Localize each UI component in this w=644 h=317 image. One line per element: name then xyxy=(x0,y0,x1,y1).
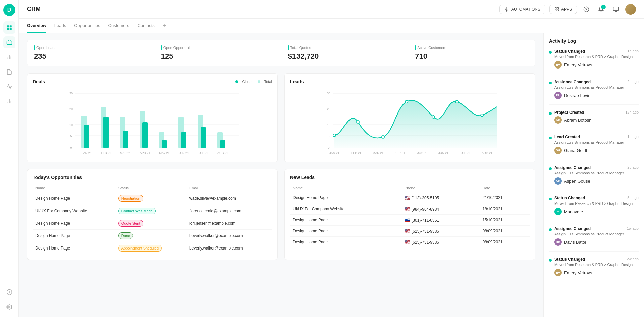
col-name: Name xyxy=(33,184,116,192)
svg-text:10: 10 xyxy=(327,123,330,127)
activity-desc: Assign Luis Simmons as Product Manager xyxy=(554,140,639,144)
activity-event: Assignee Changed xyxy=(554,80,591,84)
activity-event: Status Changed xyxy=(554,49,585,54)
activity-desc: Moved from Research & PRD > Graphic Desi… xyxy=(554,55,639,59)
sidebar-item-notes[interactable] xyxy=(3,66,15,78)
opp-email: florence.craig@example.com xyxy=(186,205,272,217)
svg-rect-16 xyxy=(557,10,558,11)
opp-name: Design Home Page xyxy=(33,230,116,242)
sidebar-item-add[interactable] xyxy=(3,286,15,298)
screen-icon[interactable] xyxy=(610,4,621,15)
svg-text:JAN 21: JAN 21 xyxy=(82,151,92,155)
svg-text:5: 5 xyxy=(328,134,329,138)
user-avatar-small: AG xyxy=(554,177,562,185)
opportunities-table-title: Today's Opportunities xyxy=(33,175,272,180)
leads-chart-header: Leads xyxy=(290,79,530,84)
svg-rect-0 xyxy=(7,25,9,27)
user-avatar-small: AB xyxy=(554,116,562,124)
content-area: Open Leads 235 Open Opportunities 125 To… xyxy=(19,33,644,317)
sidebar-item-crm[interactable] xyxy=(3,36,15,48)
sidebar-item-reports[interactable] xyxy=(3,95,15,107)
table-row: Design Home Page Quote Sent lori.jensen@… xyxy=(33,217,272,230)
deals-chart-svg: 30 20 10 5 0 xyxy=(33,88,272,155)
svg-text:JUN 21: JUN 21 xyxy=(438,151,448,155)
header-actions: AUTOMATIONS APPS 9 xyxy=(499,4,636,15)
sidebar-item-dashboard[interactable] xyxy=(3,21,15,34)
tab-opportunities[interactable]: Opportunities xyxy=(74,19,100,33)
activity-time: 2d ago xyxy=(627,165,639,169)
bar-closed-mar xyxy=(123,131,128,148)
leads-point-2 xyxy=(357,121,359,123)
leads-chart-title: Leads xyxy=(290,79,304,84)
user-avatar-small: EV xyxy=(554,61,562,69)
leads-chart-svg-container: 30 20 10 5 0 xyxy=(290,88,530,156)
table-row: Design Home Page 🇺🇸 (625)-731-9385 08/09… xyxy=(290,226,530,237)
lead-phone: 🇺🇸 (625)-731-9385 xyxy=(402,226,480,237)
activity-header: Status Changed 5d ago xyxy=(554,196,639,200)
user-avatar-small: M xyxy=(554,208,562,215)
user-avatar[interactable] xyxy=(625,4,636,15)
app-logo[interactable]: D xyxy=(3,4,15,16)
opp-name: Design Home Page xyxy=(33,242,116,255)
activity-item: Assignee Changed 1w ago Assign Luis Simm… xyxy=(549,226,639,252)
activity-user: EV Emery Vetrovs xyxy=(554,61,639,69)
user-avatar-small: EV xyxy=(554,269,562,276)
stat-active-customers: Active Customers 710 xyxy=(408,40,535,66)
svg-text:FEB 21: FEB 21 xyxy=(101,151,111,155)
bar-closed-feb xyxy=(103,117,109,148)
opp-status: Done xyxy=(116,230,186,242)
activity-header: Assignee Changed 2d ago xyxy=(554,165,639,170)
svg-text:AUG 21: AUG 21 xyxy=(482,151,492,155)
activity-desc: Assign Luis Simmons as Product Manager xyxy=(554,232,639,236)
activity-time: 12h ago xyxy=(625,110,639,114)
activity-time: 2h ago xyxy=(627,80,639,84)
activity-item: Lead Created 1d ago Assign Luis Simmons … xyxy=(549,135,639,160)
user-avatar-small: GG xyxy=(554,147,562,154)
deals-chart-header: Deals Closed Total xyxy=(33,79,272,84)
col-name: Name xyxy=(290,184,402,192)
lead-name: Design Home Page xyxy=(290,215,402,226)
opp-email: wade.silva@example.com xyxy=(186,192,272,205)
activity-header: Lead Created 1d ago xyxy=(554,135,639,139)
svg-text:AUG 21: AUG 21 xyxy=(217,151,228,155)
apps-button[interactable]: APPS xyxy=(549,5,577,14)
sidebar-item-settings[interactable] xyxy=(3,301,15,313)
activity-time: 5d ago xyxy=(627,196,639,200)
stat-total-quotes-value: $132,720 xyxy=(288,52,401,61)
svg-point-11 xyxy=(8,306,10,308)
tab-overview[interactable]: Overview xyxy=(27,19,46,33)
svg-text:MAR 21: MAR 21 xyxy=(373,151,384,155)
activity-time: 1w ago xyxy=(627,226,639,230)
lead-date: 08/09/2021 xyxy=(480,226,530,237)
activity-header: Assignee Changed 1w ago xyxy=(554,226,639,231)
user-name: Manavate xyxy=(564,209,583,214)
header: CRM AUTOMATIONS APPS 9 xyxy=(19,0,644,19)
content-main: Open Leads 235 Open Opportunities 125 To… xyxy=(19,33,543,317)
activity-event: Status Changed xyxy=(554,196,585,200)
activity-item: Project Created 12h ago AB Abram Botosh xyxy=(549,110,639,129)
tab-contacts[interactable]: Contacts xyxy=(137,19,154,33)
status-badge: Appointment Sheduled xyxy=(118,245,162,252)
notifications-icon[interactable]: 9 xyxy=(596,4,606,15)
activity-log-title: Activity Log xyxy=(549,38,639,44)
status-badge: Quote Sent xyxy=(118,220,143,227)
sidebar-item-analytics[interactable] xyxy=(3,51,15,63)
svg-rect-3 xyxy=(9,28,11,30)
automations-button[interactable]: AUTOMATIONS xyxy=(499,5,545,14)
sidebar: D xyxy=(0,0,19,317)
tab-leads[interactable]: Leads xyxy=(54,19,66,33)
activity-event: Lead Created xyxy=(554,135,580,139)
tab-customers[interactable]: Customers xyxy=(108,19,129,33)
help-icon[interactable] xyxy=(581,4,592,15)
opp-status: Negotiation xyxy=(116,192,186,205)
tab-add-button[interactable]: + xyxy=(163,19,166,32)
bar-closed-jun xyxy=(181,132,186,148)
activity-time: 1d ago xyxy=(627,135,639,139)
charts-row: Deals Closed Total 30 20 xyxy=(27,73,535,162)
activity-desc: Moved from Research & PRD > Graphic Desi… xyxy=(554,263,639,267)
stat-active-customers-value: 710 xyxy=(415,52,528,61)
svg-text:30: 30 xyxy=(69,92,73,95)
sidebar-item-inbox[interactable] xyxy=(3,81,15,93)
activity-header: Status Changed 1h ago xyxy=(554,49,639,54)
stat-active-customers-label: Active Customers xyxy=(415,45,528,50)
